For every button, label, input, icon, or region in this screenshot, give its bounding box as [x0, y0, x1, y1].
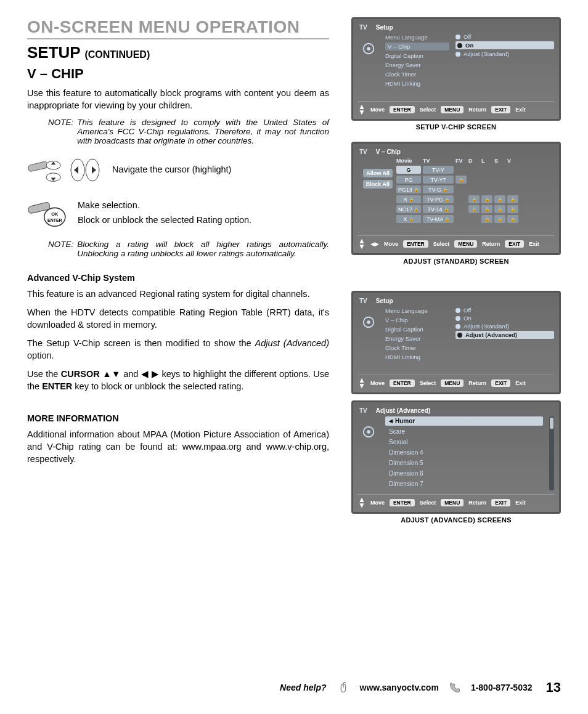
radio-icon — [455, 34, 460, 39]
vchip-cell — [455, 185, 467, 193]
vchip-cell — [507, 166, 518, 174]
osd-option: Adjust (Advanced) — [455, 331, 554, 339]
vchip-cell — [468, 185, 480, 193]
adv-p1: This feature is an advanced Regional rat… — [27, 288, 329, 300]
osd-menu-item: V – Chip — [385, 43, 449, 51]
page-number: 13 — [546, 680, 561, 696]
adv-list-item: Dimension 7 — [385, 479, 543, 489]
vchip-cell — [507, 205, 518, 213]
svg-point-8 — [44, 208, 65, 226]
svg-text:OK: OK — [51, 211, 59, 217]
more-info-paragraph: Additional information about MPAA (Motio… — [27, 428, 329, 465]
setup-heading: SETUP (CONTINUED) — [27, 43, 329, 62]
advanced-heading: Advanced V-Chip System — [27, 273, 329, 283]
svg-point-16 — [367, 430, 370, 434]
note-label: NOTE: — [48, 240, 73, 258]
scrollbar-thumb[interactable] — [550, 418, 553, 429]
osd-tv-label: TV — [359, 24, 367, 31]
osd-caption: ADJUST (ADVANCED) SCREENS — [351, 516, 561, 524]
adv-p2: When the HDTV detects compatible Rating … — [27, 306, 329, 331]
vchip-cell: TV-PG — [423, 195, 454, 203]
vchip-cell — [481, 215, 492, 223]
vchip-cell — [507, 215, 518, 223]
osd-menu-item: Energy Saver — [385, 61, 449, 69]
osd-option: On — [455, 41, 554, 49]
vchip-header-cell: TV — [423, 158, 454, 164]
vchip-cell — [455, 176, 467, 184]
vchip-cell: TV-MA — [423, 215, 454, 223]
vchip-cell: PG13 — [396, 185, 421, 193]
vchip-cell — [481, 185, 492, 193]
osd-option: Adjust (Standard) — [455, 323, 554, 330]
scrollbar[interactable] — [549, 416, 554, 490]
divider — [27, 38, 329, 39]
vchip-cell — [468, 205, 480, 213]
vchip-side-button: Allow All — [363, 169, 393, 177]
osd-menu-item: Menu Language — [385, 33, 449, 41]
vchip-cell: TV-G — [423, 185, 454, 193]
hand-press-icon: OKENTER — [27, 220, 67, 230]
vchip-cell — [455, 205, 467, 213]
vchip-cell: TV-Y — [423, 166, 454, 174]
vchip-cell: G — [396, 166, 421, 174]
osd-caption: ADJUST (STANDARD) SCREEN — [351, 258, 561, 265]
adv-list-item: Dimension 5 — [385, 458, 543, 468]
block-unblock-text: Block or unblock the selected Rating opt… — [78, 214, 329, 227]
need-help-label: Need help? — [280, 683, 326, 692]
osd-screen-name: Setup — [376, 24, 393, 31]
note-2: NOTE: Blocking a rating will block all h… — [48, 240, 329, 258]
vchip-cell — [494, 215, 505, 223]
osd-menu-item: V – Chip — [385, 316, 449, 324]
osd-menu-item: Clock Timer — [385, 344, 449, 352]
note-body: This feature is designed to comply with … — [77, 118, 329, 145]
vchip-cell — [455, 166, 467, 174]
enter-pill: ENTER — [390, 106, 415, 113]
phone-icon — [449, 681, 461, 694]
osd-menu-item: Digital Caption — [385, 52, 449, 60]
vchip-cell — [468, 195, 480, 203]
exit-pill: EXIT — [491, 106, 510, 113]
svg-point-12 — [367, 47, 370, 51]
vchip-cell — [481, 195, 492, 203]
note-1: NOTE: This feature is designed to comply… — [48, 118, 329, 145]
vchip-header-cell: FV — [455, 158, 467, 164]
setup-title: SETUP — [27, 43, 80, 62]
radio-icon — [455, 324, 460, 329]
radio-icon — [455, 316, 460, 321]
osd-setup-advanced: TVSetup Menu LanguageV – ChipDigital Cap… — [351, 291, 561, 394]
osd-vchip-grid: TVV – Chip Allow AllBlock All MovieTVFVD… — [351, 142, 561, 255]
adv-list-item: Dimension 6 — [385, 469, 543, 478]
adv-list-item: Humor — [385, 416, 543, 426]
make-selection-text: Make selection. — [78, 200, 329, 212]
vchip-cell — [507, 185, 518, 193]
vchip-cell — [468, 215, 480, 223]
section-header: ON-SCREEN MENU OPERATION — [27, 17, 329, 37]
vchip-header-cell: D — [468, 158, 480, 164]
intro-paragraph: Use this feature to automatically block … — [27, 87, 329, 112]
osd-option: Off — [455, 33, 554, 40]
vchip-cell: TV-14 — [423, 205, 454, 213]
vchip-cell: PG — [396, 176, 421, 184]
vchip-cell: R — [396, 195, 421, 203]
osd-menu-item: Clock Timer — [385, 70, 449, 78]
vchip-cell — [468, 166, 480, 174]
adv-list-item: Scare — [385, 427, 543, 436]
osd-setup-vchip: TVSetup Menu LanguageV – ChipDigital Cap… — [351, 17, 561, 121]
vchip-header-cell: Movie — [396, 158, 421, 164]
svg-point-14 — [367, 320, 370, 324]
osd-menu-item: Energy Saver — [385, 335, 449, 343]
adv-p4: Use the CURSOR ▲▼ and ◀ ▶ keys to highli… — [27, 368, 329, 392]
updown-icon: ▲▼ — [358, 104, 365, 115]
navigate-text: Navigate the cursor (highlight) — [112, 164, 329, 176]
hand-press-icon — [27, 154, 63, 186]
vchip-header-cell: S — [494, 158, 505, 164]
vchip-cell — [481, 176, 492, 184]
vchip-cell — [494, 166, 505, 174]
adv-p3: The Setup V-Chip screen is then modified… — [27, 337, 329, 362]
radio-icon — [457, 333, 462, 338]
vchip-cell — [494, 176, 505, 184]
vchip-cell — [494, 205, 505, 213]
note-body: Blocking a rating will block all higher … — [77, 240, 329, 258]
osd-option: Off — [455, 307, 554, 314]
vchip-heading: V – CHIP — [27, 66, 329, 82]
